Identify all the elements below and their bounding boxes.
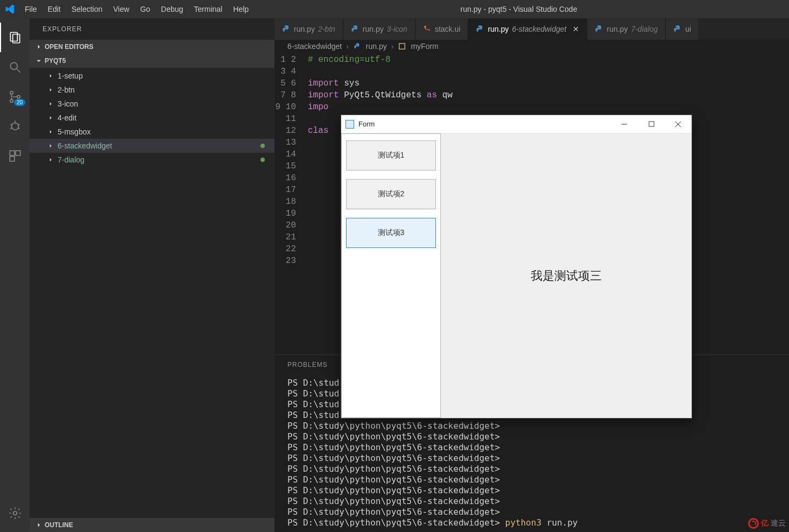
- chevron-right-icon: [35, 43, 43, 51]
- sidebar-title: EXPLORER: [30, 18, 274, 40]
- terminal-line: PS D:\study\python\pyqt5\6-stackedwidget…: [287, 453, 776, 464]
- tree-item-label: 3-icon: [58, 100, 78, 108]
- sidebar: EXPLORER OPEN EDITORS PYQT5 1-setup2-btn…: [30, 18, 274, 532]
- python-icon: [353, 42, 362, 51]
- settings-gear-icon[interactable]: [0, 498, 30, 528]
- tree-item[interactable]: 2-btn: [30, 83, 274, 97]
- outline-label: OUTLINE: [45, 521, 73, 529]
- scm-badge: 20: [14, 99, 25, 106]
- chevron-down-icon: [35, 57, 43, 65]
- svg-rect-20: [649, 122, 653, 126]
- tab-name: ui: [685, 25, 691, 33]
- svg-point-7: [11, 123, 18, 130]
- tab-desc: 2-btn: [318, 25, 335, 33]
- form-list-item[interactable]: 测试项2: [346, 179, 436, 209]
- tree-item[interactable]: 1-setup: [30, 69, 274, 83]
- terminal-line: PS D:\study\python\pyqt5\6-stackedwidget…: [287, 421, 776, 431]
- watermark-text-red: 亿: [761, 519, 769, 528]
- svg-point-4: [10, 91, 12, 94]
- tab-name: run.py: [294, 25, 315, 33]
- chevron-right-icon: [47, 86, 54, 94]
- svg-line-3: [17, 69, 20, 73]
- editor-tab[interactable]: ui: [666, 18, 699, 40]
- terminal-line: PS D:\study\python\pyqt5\6-stackedwidget…: [287, 485, 776, 496]
- form-titlebar[interactable]: Form: [341, 115, 692, 133]
- tree-item[interactable]: 4-edit: [30, 111, 274, 125]
- open-editors-section[interactable]: OPEN EDITORS: [30, 40, 274, 54]
- python-icon: [351, 25, 360, 33]
- editor-tabs: run.py2-btnrun.py3-iconstack.uirun.py6-s…: [274, 18, 789, 40]
- python-icon: [476, 25, 484, 33]
- menu-bar: FileEditSelectionViewGoDebugTerminalHelp: [20, 3, 253, 16]
- editor-tab[interactable]: run.py7-dialog: [587, 18, 666, 40]
- form-content-label: 我是测试项三: [531, 268, 602, 284]
- terminal-line: PS D:\study\python\pyqt5\6-stackedwidget…: [287, 464, 776, 474]
- breadcrumb-seg[interactable]: myForm: [411, 42, 438, 51]
- tree-item-label: 4-edit: [58, 114, 76, 122]
- tree-item[interactable]: 3-icon: [30, 97, 274, 111]
- breadcrumb-seg[interactable]: run.py: [366, 42, 387, 51]
- titlebar: FileEditSelectionViewGoDebugTerminalHelp…: [0, 0, 789, 18]
- vscode-logo-icon: [4, 4, 15, 15]
- tree-item[interactable]: 6-stackedwidget: [30, 139, 274, 153]
- terminal-line: PS D:\study\python\pyqt5\6-stackedwidget…: [287, 442, 776, 453]
- line-numbers: 1 2 3 4 5 6 7 8 9 10 11 12 13 14 15 16 1…: [274, 53, 308, 354]
- window-title: run.py - pyqt5 - Visual Studio Code: [253, 5, 785, 13]
- maximize-icon[interactable]: [638, 115, 665, 133]
- chevron-right-icon: [47, 114, 54, 122]
- menu-item-selection[interactable]: Selection: [67, 3, 107, 16]
- chevron-right-icon: [35, 521, 43, 529]
- svg-rect-18: [399, 44, 405, 49]
- form-content: 我是测试项三: [441, 133, 692, 418]
- tree-item-label: 5-msgbox: [58, 127, 90, 136]
- menu-item-view[interactable]: View: [109, 3, 133, 16]
- svg-rect-15: [10, 157, 15, 161]
- editor-tab[interactable]: run.py6-stackedwidget✕: [468, 18, 587, 40]
- tree-item-label: 6-stackedwidget: [58, 141, 112, 150]
- xml-icon: [423, 25, 432, 33]
- form-list-item[interactable]: 测试项1: [346, 140, 436, 171]
- close-icon[interactable]: ✕: [573, 25, 579, 33]
- explorer-icon[interactable]: [0, 23, 30, 52]
- class-icon: [398, 42, 406, 51]
- problems-tab[interactable]: PROBLEMS: [287, 361, 328, 368]
- chevron-right-icon: ›: [391, 42, 394, 51]
- tree-item[interactable]: 7-dialog: [30, 153, 274, 167]
- menu-item-file[interactable]: File: [20, 3, 41, 16]
- svg-point-17: [424, 26, 426, 28]
- chevron-right-icon: [47, 142, 54, 150]
- debug-icon[interactable]: [0, 111, 30, 141]
- modified-dot-icon: [260, 144, 265, 148]
- tab-name: run.py: [607, 25, 628, 33]
- form-window[interactable]: Form 测试项1测试项2测试项3 我是测试项三: [341, 115, 692, 418]
- form-list[interactable]: 测试项1测试项2测试项3: [341, 133, 441, 418]
- breadcrumb[interactable]: 6-stackedwidget › run.py › myForm: [274, 40, 789, 53]
- watermark-text-rest: 速云: [771, 519, 786, 528]
- editor-tab[interactable]: run.py3-icon: [343, 18, 415, 40]
- tab-desc: 6-stackedwidget: [512, 25, 566, 33]
- menu-item-debug[interactable]: Debug: [157, 3, 187, 16]
- menu-item-go[interactable]: Go: [136, 3, 154, 16]
- close-icon[interactable]: [665, 115, 692, 133]
- python-icon: [595, 25, 603, 33]
- minimize-icon[interactable]: [611, 115, 638, 133]
- search-icon[interactable]: [0, 52, 30, 82]
- tree-item[interactable]: 5-msgbox: [30, 125, 274, 139]
- outline-section[interactable]: OUTLINE: [30, 518, 274, 532]
- python-icon: [673, 25, 682, 33]
- menu-item-edit[interactable]: Edit: [44, 3, 65, 16]
- modified-dot-icon: [260, 158, 265, 162]
- extensions-icon[interactable]: [0, 141, 30, 171]
- terminal-line: PS D:\study\python\pyqt5\6-stackedwidget…: [287, 507, 776, 517]
- terminal-line: PS D:\study\python\pyqt5\6-stackedwidget…: [287, 517, 776, 528]
- source-control-icon[interactable]: 20: [0, 82, 30, 111]
- menu-item-terminal[interactable]: Terminal: [189, 3, 227, 16]
- editor-tab[interactable]: stack.ui: [415, 18, 468, 40]
- tree-item-label: 7-dialog: [58, 155, 84, 164]
- svg-rect-13: [10, 151, 15, 155]
- editor-tab[interactable]: run.py2-btn: [274, 18, 343, 40]
- project-section[interactable]: PYQT5: [30, 54, 274, 68]
- menu-item-help[interactable]: Help: [229, 3, 253, 16]
- form-list-item[interactable]: 测试项3: [346, 218, 436, 248]
- breadcrumb-seg[interactable]: 6-stackedwidget: [287, 42, 342, 51]
